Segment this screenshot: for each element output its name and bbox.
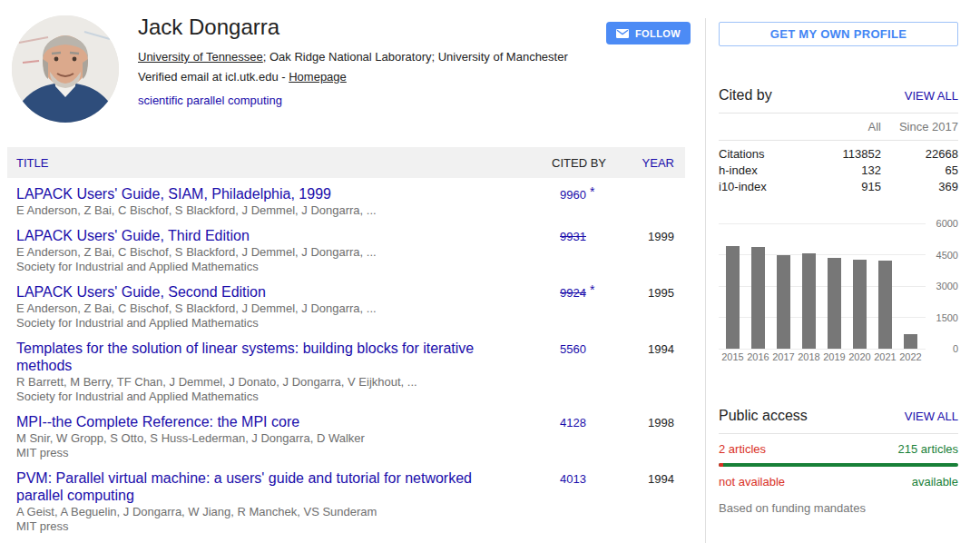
stats-col-since: Since 2017 [881, 120, 958, 133]
public-access-title: Public access [719, 408, 808, 424]
verified-email-text: Verified email at icl.utk.edu - [138, 70, 289, 84]
article-row: Templates for the solution of linear sys… [7, 332, 685, 406]
chart-ytick-label: 1500 [927, 312, 958, 323]
cited-by-cell: 9960 [527, 185, 586, 202]
stat-row: h-index13265 [719, 163, 958, 179]
cited-by-count-link[interactable]: 9931 [560, 230, 586, 243]
article-main: MPI--the Complete Reference: the MPI cor… [16, 413, 527, 459]
chart-bar [802, 253, 816, 349]
cited-by-cell: 5560 [527, 340, 586, 356]
article-main: PVM: Parallel virtual machine: a users' … [16, 469, 527, 533]
stat-row: Citations11385222668 [719, 146, 958, 163]
article-title-link[interactable]: MPI--the Complete Reference: the MPI cor… [16, 413, 518, 430]
chart-xtick-label: 2021 [873, 351, 898, 362]
stat-label: i10-index [719, 179, 808, 195]
cited-by-cell: 4013 [527, 469, 586, 486]
article-title-link[interactable]: LAPACK Users' Guide, Third Edition [16, 227, 518, 244]
public-access-panel: Public access VIEW ALL 2 articles 215 ar… [719, 408, 958, 515]
follow-button[interactable]: FOLLOW [606, 22, 691, 44]
profile-header: Jack Dongarra University of Tennessee; O… [138, 15, 592, 107]
cited-by-cell: 4128 [527, 413, 586, 429]
stat-label: h-index [719, 163, 808, 179]
chart-xtick-label: 2018 [797, 351, 822, 362]
public-access-view-all-link[interactable]: VIEW ALL [905, 410, 958, 423]
article-venue: Society for Industrial and Applied Mathe… [16, 261, 518, 273]
chart-bar [726, 246, 740, 349]
sort-by-year-header[interactable]: YEAR [606, 156, 674, 170]
chart-gridline [719, 223, 926, 224]
stats-column-headers: All Since 2017 [719, 113, 958, 141]
article-row: MPI--the Complete Reference: the MPI cor… [7, 406, 685, 462]
stat-row: i10-index915369 [719, 179, 958, 195]
homepage-link[interactable]: Homepage [289, 70, 347, 84]
sort-by-title-header[interactable]: TITLE [16, 156, 531, 170]
chart-bar [853, 260, 867, 349]
chart-gridline [719, 254, 926, 255]
profile-photo-image [12, 15, 119, 123]
get-own-profile-button[interactable]: GET MY OWN PROFILE [719, 22, 958, 46]
article-year: 1999 [606, 227, 674, 243]
article-venue: Society for Industrial and Applied Mathe… [16, 317, 518, 330]
affiliation-text: ; Oak Ridge National Laboratory; Univers… [263, 50, 568, 64]
cited-by-count-link[interactable]: 9924 [560, 286, 586, 300]
stats-rows: Citations11385222668h-index13265i10-inde… [719, 141, 958, 195]
stat-value-all: 132 [808, 163, 881, 179]
article-year: 1998 [606, 413, 674, 429]
chart-bar [751, 247, 765, 349]
sort-by-cited-header[interactable]: CITED BY [531, 156, 606, 170]
chart-ytick-label: 0 [927, 343, 958, 354]
cited-by-count-link[interactable]: 5560 [560, 342, 586, 356]
article-authors: M Snir, W Gropp, S Otto, S Huss-Lederman… [16, 432, 518, 445]
articles-list: LAPACK Users' Guide, SIAM, Philadelphia,… [7, 178, 685, 543]
affiliation-link[interactable]: University of Tennessee [138, 50, 263, 64]
chart-gridline [719, 286, 926, 287]
cited-by-count-link[interactable]: 4013 [560, 472, 586, 486]
co-authors-star-icon: * [586, 184, 606, 199]
stat-value-since: 65 [881, 163, 958, 179]
chart-bar [777, 255, 790, 349]
article-authors: A Geist, A Beguelin, J Dongarra, W Jiang… [16, 506, 518, 518]
funding-mandates-note: Based on funding mandates [719, 496, 958, 515]
article-venue: MIT press [16, 447, 518, 459]
cited-by-count-link[interactable]: 9960 [560, 188, 586, 202]
chart-bar [828, 258, 841, 349]
verified-email: Verified email at icl.utk.edu - Homepage [138, 70, 592, 84]
stat-value-all: 113852 [808, 146, 881, 163]
interest-link[interactable]: scientific parallel computing [138, 94, 282, 107]
available-count: 215 articles [898, 442, 958, 456]
cited-by-view-all-link[interactable]: VIEW ALL [905, 89, 958, 103]
not-available-count: 2 articles [719, 442, 766, 456]
chart-xtick-label: 2016 [746, 351, 771, 362]
article-row: LAPACK Users' Guide, SIAM, Philadelphia,… [7, 178, 685, 220]
article-year: 1994 [606, 469, 674, 486]
cited-by-title: Cited by [719, 87, 772, 104]
article-main: Templates for the solution of linear sys… [16, 340, 527, 403]
profile-affiliation: University of Tennessee; Oak Ridge Natio… [138, 50, 592, 64]
stats-col-all: All [808, 120, 881, 133]
profile-name: Jack Dongarra [138, 15, 592, 40]
stat-value-since: 369 [881, 179, 958, 195]
chart-xtick-label: 2022 [898, 351, 924, 362]
article-title-link[interactable]: PVM: Parallel virtual machine: a users' … [16, 469, 518, 504]
article-authors: E Anderson, Z Bai, C Bischof, S Blackfor… [16, 246, 518, 259]
article-row: LINPACK users' guideJJ Dongarra, CB Mole… [7, 536, 685, 543]
chart-xtick-label: 2017 [771, 351, 797, 362]
envelope-icon [616, 29, 629, 38]
article-row: LAPACK Users' Guide, Third EditionE Ande… [7, 220, 685, 276]
stat-label: Citations [719, 146, 808, 163]
not-available-label: not available [719, 475, 785, 489]
chart-plot-area [719, 223, 926, 349]
article-title-link[interactable]: Templates for the solution of linear sys… [16, 340, 518, 374]
stat-value-all: 915 [808, 179, 881, 195]
cited-by-count-link[interactable]: 4128 [560, 416, 586, 429]
public-access-progress-bar [719, 463, 958, 467]
cited-by-cell: 9931 [527, 227, 586, 243]
chart-ytick-label: 6000 [927, 218, 958, 229]
article-title-link[interactable]: LAPACK Users' Guide, SIAM, Philadelphia,… [16, 185, 518, 202]
article-venue: MIT press [16, 520, 518, 533]
article-year: 1995 [606, 283, 674, 300]
article-title-link[interactable]: LAPACK Users' Guide, Second Edition [16, 283, 518, 301]
article-authors: E Anderson, Z Bai, C Bischof, S Blackfor… [16, 204, 518, 217]
co-authors-star-icon: * [586, 282, 606, 297]
citations-per-year-chart: 0150030004500600020152016201720182019202… [719, 223, 958, 361]
